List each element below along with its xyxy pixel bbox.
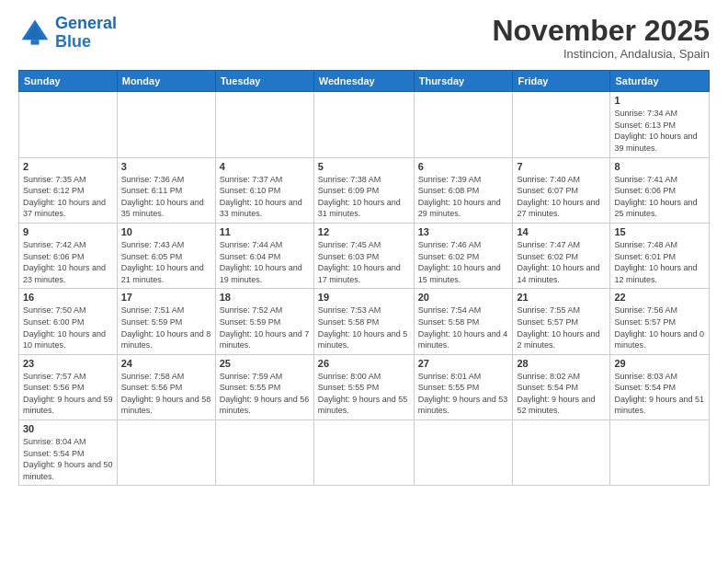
day-27: 27 Sunrise: 8:01 AMSunset: 5:55 PMDaylig…: [414, 354, 513, 419]
empty-cell: [313, 92, 414, 157]
empty-cell: [313, 420, 414, 486]
day-4: 4 Sunrise: 7:37 AMSunset: 6:10 PMDayligh…: [215, 157, 313, 223]
day-23: 23 Sunrise: 7:57 AMSunset: 5:56 PMDaylig…: [19, 354, 118, 419]
day-14: 14 Sunrise: 7:47 AMSunset: 6:02 PMDaylig…: [513, 223, 610, 288]
day-19: 19 Sunrise: 7:53 AMSunset: 5:58 PMDaylig…: [313, 289, 414, 354]
day-25: 25 Sunrise: 7:59 AMSunset: 5:55 PMDaylig…: [215, 354, 313, 419]
day-18: 18 Sunrise: 7:52 AMSunset: 5:59 PMDaylig…: [215, 289, 313, 354]
day-5: 5 Sunrise: 7:38 AMSunset: 6:09 PMDayligh…: [313, 157, 414, 223]
svg-rect-2: [31, 40, 40, 44]
day-9: 9 Sunrise: 7:42 AMSunset: 6:06 PMDayligh…: [19, 223, 118, 288]
day-30: 30 Sunrise: 8:04 AMSunset: 5:54 PMDaylig…: [19, 420, 118, 486]
empty-cell: [414, 420, 513, 486]
month-title: November 2025: [492, 15, 710, 47]
day-2: 2 Sunrise: 7:35 AMSunset: 6:12 PMDayligh…: [19, 157, 118, 223]
header-tuesday: Tuesday: [215, 71, 313, 92]
calendar-table: Sunday Monday Tuesday Wednesday Thursday…: [18, 70, 710, 486]
empty-cell: [117, 92, 215, 157]
day-22: 22 Sunrise: 7:56 AMSunset: 5:57 PMDaylig…: [610, 289, 710, 354]
empty-cell: [513, 420, 610, 486]
day-1: 1 Sunrise: 7:34 AMSunset: 6:13 PMDayligh…: [610, 92, 710, 157]
day-10: 10 Sunrise: 7:43 AMSunset: 6:05 PMDaylig…: [117, 223, 215, 288]
logo-blue: Blue: [55, 32, 91, 51]
header-sunday: Sunday: [19, 71, 118, 92]
day-24: 24 Sunrise: 7:58 AMSunset: 5:56 PMDaylig…: [117, 354, 215, 419]
empty-cell: [610, 420, 710, 486]
empty-cell: [513, 92, 610, 157]
header-thursday: Thursday: [414, 71, 513, 92]
logo: General Blue: [18, 15, 117, 52]
header: General Blue November 2025 Instincion, A…: [18, 15, 710, 61]
day-12: 12 Sunrise: 7:45 AMSunset: 6:03 PMDaylig…: [313, 223, 414, 288]
logo-general: General: [55, 14, 117, 32]
day-8: 8 Sunrise: 7:41 AMSunset: 6:06 PMDayligh…: [610, 157, 710, 223]
logo-icon: [18, 17, 51, 50]
header-wednesday: Wednesday: [313, 71, 414, 92]
day-3: 3 Sunrise: 7:36 AMSunset: 6:11 PMDayligh…: [117, 157, 215, 223]
empty-cell: [117, 420, 215, 486]
empty-cell: [414, 92, 513, 157]
day-28: 28 Sunrise: 8:02 AMSunset: 5:54 PMDaylig…: [513, 354, 610, 419]
week-row-6: 30 Sunrise: 8:04 AMSunset: 5:54 PMDaylig…: [19, 420, 710, 486]
header-monday: Monday: [117, 71, 215, 92]
week-row-5: 23 Sunrise: 7:57 AMSunset: 5:56 PMDaylig…: [19, 354, 710, 419]
day-17: 17 Sunrise: 7:51 AMSunset: 5:59 PMDaylig…: [117, 289, 215, 354]
day-6: 6 Sunrise: 7:39 AMSunset: 6:08 PMDayligh…: [414, 157, 513, 223]
day-13: 13 Sunrise: 7:46 AMSunset: 6:02 PMDaylig…: [414, 223, 513, 288]
day-11: 11 Sunrise: 7:44 AMSunset: 6:04 PMDaylig…: [215, 223, 313, 288]
week-row-3: 9 Sunrise: 7:42 AMSunset: 6:06 PMDayligh…: [19, 223, 710, 288]
day-20: 20 Sunrise: 7:54 AMSunset: 5:58 PMDaylig…: [414, 289, 513, 354]
day-29: 29 Sunrise: 8:03 AMSunset: 5:54 PMDaylig…: [610, 354, 710, 419]
page: General Blue November 2025 Instincion, A…: [0, 0, 728, 563]
empty-cell: [215, 420, 313, 486]
day-16: 16 Sunrise: 7:50 AMSunset: 6:00 PMDaylig…: [19, 289, 118, 354]
weekday-header-row: Sunday Monday Tuesday Wednesday Thursday…: [19, 71, 710, 92]
header-saturday: Saturday: [610, 71, 710, 92]
header-friday: Friday: [513, 71, 610, 92]
day-21: 21 Sunrise: 7:55 AMSunset: 5:57 PMDaylig…: [513, 289, 610, 354]
title-block: November 2025 Instincion, Andalusia, Spa…: [492, 15, 710, 61]
day-7: 7 Sunrise: 7:40 AMSunset: 6:07 PMDayligh…: [513, 157, 610, 223]
empty-cell: [215, 92, 313, 157]
week-row-4: 16 Sunrise: 7:50 AMSunset: 6:00 PMDaylig…: [19, 289, 710, 354]
week-row-1: 1 Sunrise: 7:34 AMSunset: 6:13 PMDayligh…: [19, 92, 710, 157]
logo-text: General Blue: [55, 15, 117, 52]
week-row-2: 2 Sunrise: 7:35 AMSunset: 6:12 PMDayligh…: [19, 157, 710, 223]
empty-cell: [19, 92, 118, 157]
day-26: 26 Sunrise: 8:00 AMSunset: 5:55 PMDaylig…: [313, 354, 414, 419]
day-15: 15 Sunrise: 7:48 AMSunset: 6:01 PMDaylig…: [610, 223, 710, 288]
location-subtitle: Instincion, Andalusia, Spain: [492, 47, 710, 61]
